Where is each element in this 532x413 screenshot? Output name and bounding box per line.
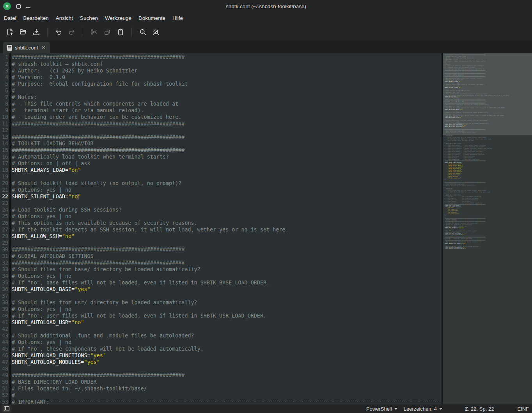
code-line[interactable]: # shbash-toolkit — shbtk.conf <box>11 61 442 67</box>
search-icon <box>139 28 147 36</box>
tab-label: shbtk.conf <box>15 45 38 51</box>
code-line[interactable]: # Options: yes | no <box>11 213 442 220</box>
main-area: 1234567891011121314151617181920212223242… <box>0 53 532 404</box>
code-line[interactable]: # Author: (c) 2025 by Heiko Schnitzler <box>11 67 442 74</box>
code-line[interactable] <box>11 200 442 206</box>
code-line[interactable] <box>11 127 442 134</box>
code-line[interactable] <box>11 365 442 372</box>
overscroll-dashed-line <box>0 402 440 402</box>
line-number: 32 <box>0 259 9 266</box>
toolbar-separator <box>131 28 132 36</box>
code-line[interactable]: # - This file controls which components … <box>11 101 442 107</box>
new-document-button[interactable] <box>3 26 16 38</box>
line-number: 13 <box>0 134 9 140</box>
code-line[interactable]: ########################################… <box>11 54 442 61</box>
code-line[interactable]: ########################################… <box>11 134 442 140</box>
code-line[interactable]: # Load toolkit during SSH sessions? <box>11 206 442 213</box>
open-folder-button[interactable] <box>16 26 30 38</box>
code-line[interactable]: # TOOLKIT LOADING BEHAVIOR <box>11 140 442 147</box>
line-number: 4 <box>0 74 9 81</box>
code-line[interactable]: # Should files from base/ directory be l… <box>11 266 442 273</box>
text-editor-viewport[interactable]: 1234567891011121314151617181920212223242… <box>0 53 442 404</box>
code-line[interactable]: # Options: yes | no <box>11 187 442 193</box>
minimap-visible-region[interactable] <box>443 53 532 135</box>
line-number: 9 <box>0 107 9 114</box>
code-line[interactable]: ########################################… <box>11 120 442 127</box>
tab-width-selector[interactable]: Leerzeichen: 4 <box>404 406 442 412</box>
menu-suchen[interactable]: Suchen <box>76 14 101 23</box>
language-selector[interactable]: PowerShell <box>366 406 397 412</box>
line-number: 43 <box>0 332 9 339</box>
code-line[interactable]: ########################################… <box>11 259 442 266</box>
code-line[interactable]: # If "no", user files will not be loaded… <box>11 312 442 319</box>
line-number: 12 <box>0 127 9 134</box>
code-line[interactable]: # <box>11 392 442 399</box>
menu-ansicht[interactable]: Ansicht <box>52 14 76 23</box>
redo-icon <box>68 28 76 36</box>
code-line[interactable] <box>11 326 442 332</box>
code-line[interactable]: SHBTK_AUTOLOAD_BASE="yes" <box>11 286 442 293</box>
redo-button[interactable] <box>65 26 78 38</box>
code-line[interactable]: # Should toolkit load silently (no outpu… <box>11 180 442 187</box>
code-line[interactable]: # Purpose: Global configuration file for… <box>11 81 442 87</box>
code-line[interactable]: # This option is not available because o… <box>11 220 442 226</box>
line-number: 47 <box>0 359 9 365</box>
code-line[interactable]: # Options: yes | no <box>11 339 442 346</box>
code-line[interactable]: # Notes: <box>11 94 442 101</box>
editor-window: shbtk.conf (~/.shbash-toolkit/base) ✕ Da… <box>0 0 532 413</box>
save-icon <box>32 28 40 36</box>
paste-button[interactable] <box>114 26 127 38</box>
code-line[interactable]: SHBTK_AUTOLOAD_MODULES="yes" <box>11 359 442 365</box>
copy-icon <box>103 28 111 36</box>
code-line[interactable]: # Options: yes | no <box>11 273 442 279</box>
line-number: 27 <box>0 226 9 233</box>
insert-mode-label: EINF <box>517 406 529 412</box>
code-line[interactable]: # If the toolkit detects an SSH session,… <box>11 226 442 233</box>
search-and-replace-button[interactable] <box>149 26 163 38</box>
code-line[interactable]: # If "no", these components will not be … <box>11 346 442 352</box>
code-line[interactable]: ########################################… <box>11 147 442 154</box>
code-line[interactable] <box>11 173 442 180</box>
code-line[interactable]: # Version: 0.1.0 <box>11 74 442 81</box>
toolbar <box>0 23 532 41</box>
code-line[interactable]: # GLOBAL AUTOLOAD SETTINGS <box>11 253 442 259</box>
code-line[interactable]: SHBTK_SILENT_LOAD="no" <box>11 193 442 200</box>
code-line[interactable]: # <box>11 87 442 94</box>
code-line[interactable]: SHBTK_ALLOW_SSH="no" <box>11 233 442 240</box>
code-line[interactable]: # BASE DIRECTORY LOAD ORDER <box>11 379 442 385</box>
code-line[interactable]: # terminal start (or via manual reload). <box>11 107 442 114</box>
tab-shbtk-conf[interactable]: shbtk.conf ✕ <box>3 42 50 53</box>
code-line[interactable]: # Files located in: ~/.shbash-toolkit/ba… <box>11 385 442 392</box>
code-line[interactable]: # Automatically load toolkit when termin… <box>11 154 442 160</box>
code-line[interactable]: # If "no", base files will not be loaded… <box>11 279 442 286</box>
menu-dokumente[interactable]: Dokumente <box>135 14 169 23</box>
code-line[interactable]: # Options: yes | no <box>11 306 442 312</box>
code-line[interactable]: SHBTK_ALWAYS_LOAD="on" <box>11 167 442 173</box>
minimap-overview[interactable]: ########################################… <box>442 53 532 404</box>
code-line[interactable]: ########################################… <box>11 246 442 253</box>
menu-werkzeuge[interactable]: Werkzeuge <box>101 14 135 23</box>
menu-hilfe[interactable]: Hilfe <box>169 14 186 23</box>
code-line[interactable]: # - Loading order and behavior can be cu… <box>11 114 442 120</box>
line-number: 23 <box>0 200 9 206</box>
tab-close-icon[interactable]: ✕ <box>41 45 46 50</box>
cut-button[interactable] <box>87 26 101 38</box>
cursor-position-label: Z. 22, Sp. 22 <box>465 406 494 412</box>
code-line[interactable]: SHBTK_AUTOLOAD_USR="no" <box>11 319 442 326</box>
menu-datei[interactable]: Datei <box>0 14 20 23</box>
code-line[interactable] <box>11 240 442 246</box>
undo-button[interactable] <box>52 26 65 38</box>
code-line[interactable]: SHBTK_AUTOLOAD_FUNCTIONS="yes" <box>11 352 442 359</box>
chevron-down-icon <box>439 408 442 410</box>
code-line[interactable]: # Should additional .func and .module fi… <box>11 332 442 339</box>
menu-bearbeiten[interactable]: Bearbeiten <box>20 14 52 23</box>
side-panel-toggle-button[interactable] <box>2 405 12 413</box>
code-line[interactable]: # Should files from usr/ directory be lo… <box>11 299 442 306</box>
code-line[interactable]: ########################################… <box>11 372 442 379</box>
code-line[interactable]: # Options: on | off | ask <box>11 160 442 167</box>
line-number: 6 <box>0 87 9 94</box>
code-line[interactable] <box>11 293 442 299</box>
search-button[interactable] <box>136 26 149 38</box>
copy-button[interactable] <box>101 26 114 38</box>
save-button[interactable] <box>30 26 43 38</box>
